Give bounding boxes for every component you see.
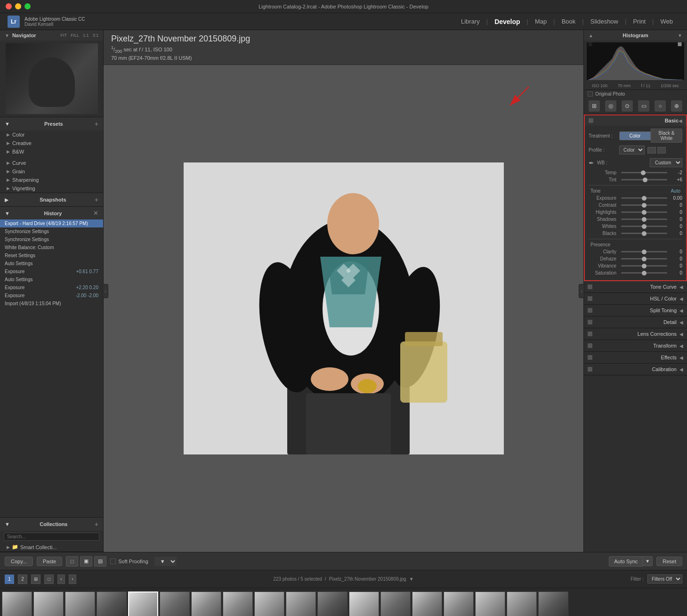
film-thumb-6[interactable]: ★★★ <box>191 592 221 616</box>
history-item-1[interactable]: Synchronize Settings <box>0 227 103 235</box>
paste-button[interactable]: Paste <box>37 557 62 566</box>
spot-removal-tool[interactable]: ◎ <box>605 100 616 112</box>
film-thumb-16[interactable]: ★★★ <box>507 592 537 616</box>
history-item-4[interactable]: Reset Settings <box>0 251 103 259</box>
film-thumb-3[interactable]: ★★★ <box>97 592 127 616</box>
autosync-main-button[interactable]: Auto Sync <box>609 556 643 567</box>
autosync-dropdown-arrow[interactable]: ▼ <box>643 556 653 566</box>
presets-header[interactable]: ▼ Presets + <box>0 117 103 130</box>
preset-vignetting[interactable]: ▶ Vignetting <box>0 184 103 193</box>
nav-fit[interactable]: FIT <box>60 33 67 38</box>
dehaze-slider-thumb[interactable] <box>642 257 647 261</box>
compare-view-btn[interactable]: ▣ <box>80 556 92 567</box>
history-item-6[interactable]: Exposure +0.61 0.77 <box>0 267 103 276</box>
hsl-color-panel[interactable]: HSL / Color ◀ <box>584 293 687 305</box>
history-item-3[interactable]: White Balance: Custom <box>0 243 103 251</box>
right-panel-collapse-arrow[interactable]: › <box>579 284 584 298</box>
collection-item-smart[interactable]: ▶ 📁 Smart Collecti... <box>0 543 103 551</box>
tint-slider-thumb[interactable] <box>643 178 647 182</box>
history-item-8[interactable]: Exposure +2.20 0.20 <box>0 284 103 292</box>
minimize-button[interactable] <box>15 3 21 9</box>
basic-enable-toggle[interactable] <box>589 118 593 123</box>
maximize-button[interactable] <box>24 3 31 9</box>
histogram-header[interactable]: ▲ Histogram ▼ <box>584 30 687 41</box>
nav-book[interactable]: Book <box>555 16 582 27</box>
effects-enable[interactable] <box>588 355 592 360</box>
film-thumb-10[interactable]: ★★★ <box>317 592 348 616</box>
clarity-slider-thumb[interactable] <box>642 250 647 254</box>
hsl-color-enable[interactable] <box>588 296 592 301</box>
film-thumb-0[interactable]: ★★★ <box>2 592 32 616</box>
nav-web[interactable]: Web <box>654 16 680 27</box>
saturation-slider-thumb[interactable] <box>642 271 647 276</box>
history-header[interactable]: ▼ History ✕ <box>0 207 103 219</box>
filter-select[interactable]: Filters Off <box>647 575 682 584</box>
nav-print[interactable]: Print <box>626 16 652 27</box>
tone-curve-panel[interactable]: Tone Curve ◀ <box>584 281 687 293</box>
presets-add-icon[interactable]: + <box>95 120 98 128</box>
film-thumb-11[interactable]: ★★★ <box>349 592 379 616</box>
preset-curve[interactable]: ▶ Curve <box>0 159 103 167</box>
history-close-icon[interactable]: ✕ <box>93 210 98 217</box>
nav-library[interactable]: Library <box>454 16 486 27</box>
transform-enable[interactable] <box>588 343 592 348</box>
effects-panel[interactable]: Effects ◀ <box>584 352 687 364</box>
navigator-header[interactable]: ▼ Navigator FIT FILL 1:1 3:1 <box>0 30 103 41</box>
film-thumb-17[interactable]: ★★★ <box>538 592 568 616</box>
auto-button[interactable]: Auto <box>671 188 680 194</box>
film-thumb-8[interactable]: ★★★ <box>254 592 284 616</box>
nav-1to1[interactable]: 1:1 <box>83 33 89 38</box>
film-thumb-12[interactable]: ★★★ <box>380 592 411 616</box>
profile-select[interactable]: Color <box>619 146 645 154</box>
profile-icon-browse[interactable] <box>657 147 666 154</box>
collections-add-icon[interactable]: + <box>95 520 98 528</box>
soft-proof-select[interactable]: ▼ <box>154 557 177 566</box>
survey-view-btn[interactable]: ▤ <box>94 556 106 567</box>
gradient-filter-tool[interactable]: ▭ <box>638 100 649 112</box>
highlights-slider-thumb[interactable] <box>642 210 647 215</box>
nav-develop[interactable]: Develop <box>488 16 526 27</box>
film-thumb-14[interactable]: ★★★ <box>444 592 474 616</box>
original-photo-checkbox[interactable] <box>588 91 593 97</box>
page-1-btn[interactable]: 1 <box>5 575 14 584</box>
preset-sharpening[interactable]: ▶ Sharpening <box>0 176 103 184</box>
preset-bw[interactable]: ▶ B&W <box>0 147 103 156</box>
calibration-panel[interactable]: Calibration ◀ <box>584 364 687 375</box>
history-item-0[interactable]: Export - Hard Drive (4/8/19 2:16:57 PM) <box>0 219 103 227</box>
adjustment-brush-tool[interactable]: ⊕ <box>671 100 682 112</box>
loupe-view-btn[interactable]: □ <box>66 556 78 567</box>
basic-header[interactable]: Basic ◀ <box>585 115 686 126</box>
contrast-slider-thumb[interactable] <box>642 203 647 208</box>
film-thumb-13[interactable]: ★★★ <box>412 592 442 616</box>
preset-color[interactable]: ▶ Color <box>0 130 103 139</box>
basic-collapse-arrow[interactable]: ◀ <box>679 118 682 123</box>
crop-tool[interactable]: ⊞ <box>589 100 600 112</box>
left-panel-collapse-arrow[interactable]: ‹ <box>103 284 108 298</box>
preset-creative[interactable]: ▶ Creative <box>0 139 103 147</box>
detail-enable[interactable] <box>588 320 592 324</box>
nav-3to1[interactable]: 3:1 <box>92 33 98 38</box>
preset-grain[interactable]: ▶ Grain <box>0 167 103 176</box>
history-item-2[interactable]: Synchronize Settings <box>0 235 103 243</box>
shadows-slider-thumb[interactable] <box>642 217 647 222</box>
prev-arrow[interactable]: ‹ <box>57 575 65 584</box>
film-thumb-9[interactable]: ★★★ <box>286 592 316 616</box>
snapshots-add-icon[interactable]: + <box>95 196 98 203</box>
nav-slideshow[interactable]: Slideshow <box>584 16 625 27</box>
nav-fill[interactable]: FILL <box>71 33 79 38</box>
tone-curve-enable[interactable] <box>588 284 592 289</box>
treatment-color-btn[interactable]: Color <box>619 131 651 140</box>
nav-map[interactable]: Map <box>528 16 553 27</box>
whites-slider-thumb[interactable] <box>642 224 647 229</box>
eyedropper-icon[interactable]: ✒ <box>589 159 594 167</box>
temp-slider-thumb[interactable] <box>641 170 646 175</box>
vibrance-slider-thumb[interactable] <box>642 264 647 268</box>
wb-select[interactable]: Custom <box>650 158 682 167</box>
history-item-9[interactable]: Exposure -2.00 -2.00 <box>0 292 103 300</box>
collections-header[interactable]: ▼ Collections + <box>0 518 103 531</box>
lens-corrections-enable[interactable] <box>588 332 592 336</box>
detail-panel[interactable]: Detail ◀ <box>584 316 687 328</box>
history-item-7[interactable]: Auto Settings <box>0 276 103 284</box>
lens-corrections-panel[interactable]: Lens Corrections ◀ <box>584 328 687 340</box>
close-button[interactable] <box>6 3 12 9</box>
